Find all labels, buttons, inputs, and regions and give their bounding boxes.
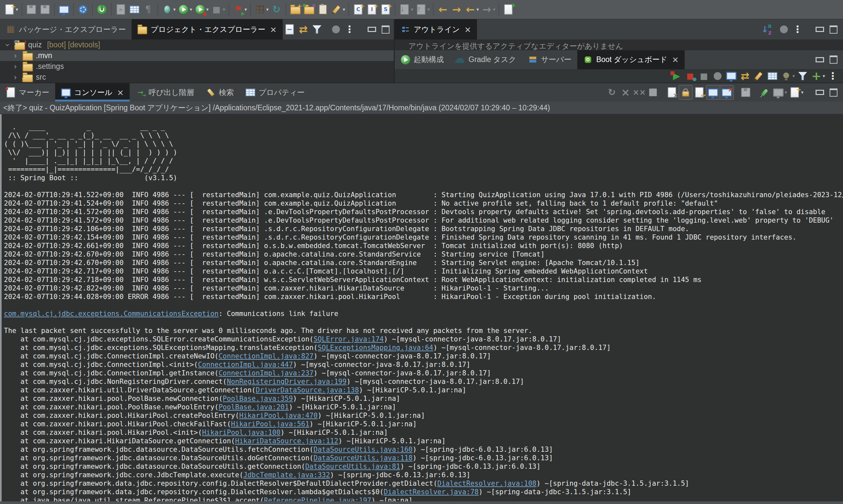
tab-properties[interactable]: プロパティー [240,83,310,102]
chevron-icon[interactable]: › [4,41,12,49]
console-link[interactable]: ReferencePipeline.java:197 [264,497,372,501]
pin-console-icon[interactable] [758,86,771,99]
tab-gradle[interactable]: Gradle タスク [450,50,522,69]
console-link[interactable]: HikariPool.java:100 [202,429,281,436]
profile-icon[interactable]: ■▾ [194,3,210,16]
tab-servers[interactable]: サーバー [522,50,577,69]
console-link[interactable]: JdbcTemplate.java:332 [243,471,330,479]
open-editor-icon[interactable]: ● [502,3,515,16]
tree-item-src[interactable]: ›!src [0,72,394,83]
filter-icon[interactable] [310,22,324,36]
tree-item-quiz[interactable]: ›MJ!quiz[boot] [devtools] [0,39,394,50]
tab-package-explorer[interactable]: パッケージ・エクスプローラー [0,19,131,39]
maximize-icon[interactable] [379,22,392,36]
minimize-icon[interactable] [813,22,826,36]
tab-boot[interactable]: Boot ダッシュボード× [577,50,685,69]
console-link[interactable]: PoolBase.java:359 [223,395,293,402]
chevron-icon[interactable]: › [11,52,20,60]
word-wrap-icon[interactable]: ↩ [693,86,706,99]
tab-project-explorer[interactable]: プロジェクト・エクスプローラー× [131,19,282,39]
console-link[interactable]: PoolBase.java:201 [218,403,289,411]
collapse-all-icon[interactable]: − [283,22,296,36]
maximize-icon[interactable] [827,53,840,67]
tree-item-mvn[interactable]: ›.mvn [0,50,394,61]
scroll-lock-icon[interactable] [679,86,692,99]
menu-icon[interactable]: ⋮ [826,70,839,82]
tab-console[interactable]: コンソール× [55,83,130,102]
console-link[interactable]: HikariPool.java:470 [239,412,318,419]
close-icon[interactable]: × [464,25,471,34]
menu-icon[interactable]: ⋮ [791,22,804,36]
run-icon[interactable]: ▾ [177,3,193,16]
maximize-icon[interactable] [827,22,840,36]
show-stderr-icon[interactable]: × [720,86,733,99]
new-class-icon[interactable]: C+ [352,3,365,16]
console-link[interactable]: DataSourceUtils.java:118 [313,454,412,462]
add-icon[interactable]: +▾ [810,70,826,82]
relaunch-icon[interactable]: ⚑▶▾ [232,3,248,16]
close-icon[interactable]: × [117,88,124,97]
console-link[interactable]: DataSourceUtils.java:81 [305,463,400,470]
console-link[interactable]: ConnectionImpl.java:447 [198,361,293,368]
refresh-gradle-icon[interactable]: ↻ [270,3,283,16]
properties-table-icon[interactable] [766,70,779,82]
console-view-icon[interactable] [725,70,738,82]
new-interface-icon[interactable]: I+ [365,3,378,16]
brush-icon[interactable]: ▾ [330,3,346,16]
console-link[interactable]: NonRegisteringDriver.java:199 [227,378,347,385]
new-folder-icon[interactable]: + [289,3,302,16]
console-body[interactable]: . ____ _ __ _ _ /\\ / ___'_ __ _ _(_)_ _… [0,114,843,501]
show-stdout-icon[interactable] [706,86,720,99]
console-link[interactable]: DialectResolver.java:78 [383,488,479,496]
new-package-icon[interactable]: ●● [303,3,316,16]
gear-icon[interactable] [76,3,89,16]
forward-annotation-icon[interactable]: → [450,3,463,16]
back-annotation-icon[interactable]: ← [436,3,449,16]
tab-outline[interactable]: アウトライン× [395,19,477,39]
debug-icon[interactable]: ▾ [161,3,177,16]
tab-label: Boot ダッシュボード [596,55,667,65]
tab-search[interactable]: 検索 [200,83,240,102]
link-editor-icon[interactable]: ⇄ [297,22,310,36]
close-icon[interactable]: × [270,25,277,34]
console-link[interactable]: DriverDataSource.java:138 [256,386,359,394]
chevron-icon[interactable]: › [11,63,20,71]
tab-markers[interactable]: ●マーカー [0,83,55,102]
close-icon[interactable]: × [672,55,679,64]
chevron-icon[interactable]: › [11,73,20,81]
minimize-icon[interactable] [365,22,378,36]
tree-item-settings[interactable]: ›.settings [0,61,394,72]
minimize-icon[interactable] [813,86,826,99]
console-view-icon[interactable] [57,3,71,16]
new-wizard-icon[interactable]: +▾ [3,3,19,16]
back-icon[interactable]: ←▾ [464,3,480,16]
console-link[interactable]: HikariPool.java:561 [231,420,309,428]
console-link[interactable]: ConnectionImpl.java:237 [218,369,313,377]
boot-power-icon[interactable] [95,3,108,16]
coverage-icon[interactable]: ▾ [253,3,269,16]
edit-icon[interactable] [752,70,765,82]
filter-icon[interactable] [796,70,809,82]
console-link[interactable]: HikariDataSource.java:112 [235,437,338,445]
menu-icon[interactable]: ⋮ [343,22,356,36]
save-output-icon[interactable] [739,86,752,99]
maximize-icon[interactable] [827,86,840,99]
console-link[interactable]: SQLExceptionsMapping.java:64 [318,344,433,352]
clear-console-icon[interactable]: × [665,86,679,99]
new-clipboard-icon[interactable] [316,3,329,16]
sort-icon[interactable]: ↓az [758,22,771,36]
circle-icon [711,70,724,82]
tab-run-config[interactable]: 起動構成 [395,50,450,69]
console-link[interactable]: SQLError.java:174 [313,335,383,343]
tab-call-hierarchy[interactable]: →→呼び出し階層 [130,83,200,102]
debug-boot-icon[interactable]: ■● [684,70,697,82]
console-link[interactable]: DialectResolver.java:108 [437,480,536,487]
start-icon[interactable]: ▶■ [670,70,683,82]
new-snippet-icon[interactable]: S+ [379,3,392,16]
console-link[interactable]: ConnectionImpl.java:827 [218,352,313,360]
console-link[interactable]: com.mysql.cj.jdbc.exceptions.Communicati… [4,310,218,318]
minimize-icon[interactable] [813,53,826,67]
link-editor-icon[interactable]: ⇄ [738,70,752,82]
open-console-icon[interactable]: +▾ [788,86,804,99]
console-link[interactable]: DataSourceUtils.java:160 [313,446,412,453]
